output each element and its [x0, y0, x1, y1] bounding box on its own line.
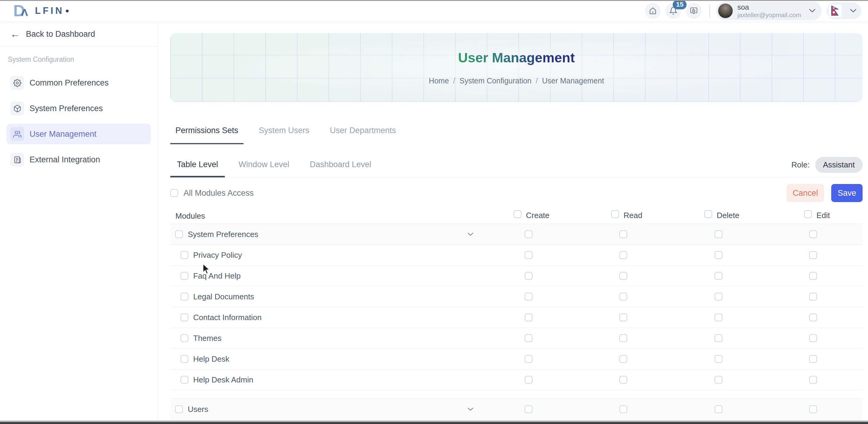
background-window-strip — [0, 420, 868, 424]
read-checkbox[interactable] — [619, 334, 627, 342]
home-button[interactable] — [645, 3, 661, 19]
delete-checkbox[interactable] — [715, 405, 722, 413]
delete-column-checkbox[interactable] — [704, 210, 712, 218]
delete-checkbox[interactable] — [715, 293, 722, 300]
breadcrumb-current: User Management — [542, 76, 604, 85]
notification-badge: 15 — [673, 0, 687, 9]
breadcrumb-home[interactable]: Home — [429, 76, 449, 85]
notifications-button[interactable]: 15 — [665, 3, 681, 19]
breadcrumb-system-configuration[interactable]: System Configuration — [460, 76, 532, 85]
breadcrumb: Home / System Configuration / User Manag… — [429, 76, 604, 85]
edit-checkbox[interactable] — [809, 355, 817, 363]
delete-checkbox[interactable] — [715, 314, 722, 321]
level-tabs: Table Level Window Level Dashboard Level… — [170, 160, 863, 178]
edit-column-checkbox[interactable] — [804, 210, 812, 218]
delete-column-header: Delete — [717, 211, 739, 220]
row-checkbox[interactable] — [181, 293, 188, 300]
sidebar-item-system-preferences[interactable]: System Preferences — [7, 98, 151, 119]
read-checkbox[interactable] — [619, 251, 627, 259]
tab-system-users[interactable]: System Users — [254, 126, 315, 144]
read-checkbox[interactable] — [619, 376, 627, 384]
row-checkbox[interactable] — [181, 251, 188, 259]
table-row-themes: Themes — [170, 328, 863, 349]
read-checkbox[interactable] — [619, 314, 627, 321]
breadcrumb-separator: / — [453, 76, 456, 85]
back-to-dashboard[interactable]: ← Back to Dashboard — [0, 22, 157, 46]
row-checkbox[interactable] — [181, 376, 188, 384]
role-label: Role: — [792, 160, 810, 169]
chevron-down-icon — [809, 9, 815, 13]
tab-window-level[interactable]: Window Level — [232, 160, 296, 176]
table-row-system-preferences: System Preferences — [170, 224, 863, 245]
create-checkbox[interactable] — [525, 334, 532, 342]
create-checkbox[interactable] — [525, 405, 532, 413]
read-checkbox[interactable] — [619, 405, 627, 413]
create-column-checkbox[interactable] — [514, 210, 521, 218]
row-checkbox[interactable] — [181, 334, 188, 342]
chevron-down-icon[interactable] — [467, 407, 473, 411]
table-row-help-desk: Help Desk — [170, 349, 863, 369]
tab-table-level[interactable]: Table Level — [170, 160, 225, 177]
edit-checkbox[interactable] — [809, 334, 817, 342]
modules-column-header: Modules — [176, 211, 205, 221]
save-button[interactable]: Save — [831, 184, 863, 202]
user-menu[interactable]: soa jaxteller@yopmail.com — [716, 1, 822, 20]
table-row-contact-information: Contact Information — [170, 307, 863, 328]
create-checkbox[interactable] — [525, 293, 532, 300]
edit-checkbox[interactable] — [809, 376, 817, 384]
create-checkbox[interactable] — [525, 355, 532, 363]
tab-dashboard-level[interactable]: Dashboard Level — [303, 160, 378, 176]
all-modules-checkbox[interactable] — [170, 189, 178, 197]
read-column-checkbox[interactable] — [611, 210, 619, 218]
create-checkbox[interactable] — [525, 230, 532, 238]
create-checkbox[interactable] — [525, 251, 532, 259]
edit-checkbox[interactable] — [809, 251, 817, 259]
brand-monogram-icon: D Λ — [13, 2, 34, 20]
sidebar-item-external-integration[interactable]: External Integration — [7, 150, 151, 170]
sidebar-items: Common Preferences System Preferences — [0, 72, 157, 170]
thumbs-up-bubble-icon — [689, 7, 698, 15]
create-checkbox[interactable] — [525, 314, 532, 321]
page-title: User Management — [458, 50, 575, 66]
table-controls: All Modules Access Cancel Save — [170, 184, 863, 202]
create-checkbox[interactable] — [525, 376, 532, 384]
delete-checkbox[interactable] — [715, 334, 722, 342]
tab-user-departments[interactable]: User Departments — [325, 126, 401, 144]
brand-dot: • — [65, 5, 69, 17]
feedback-button[interactable] — [686, 3, 702, 19]
tab-permissions-sets[interactable]: Permissions Sets — [170, 126, 244, 144]
sidebar-item-user-management[interactable]: User Management — [7, 124, 151, 144]
delete-checkbox[interactable] — [715, 251, 722, 259]
read-checkbox[interactable] — [619, 293, 627, 300]
edit-checkbox[interactable] — [809, 314, 817, 321]
row-checkbox[interactable] — [175, 230, 183, 238]
delete-checkbox[interactable] — [715, 376, 722, 384]
table-row-faq-and-help: Faq And Help — [170, 266, 863, 286]
row-checkbox[interactable] — [181, 355, 188, 363]
edit-checkbox[interactable] — [809, 293, 817, 300]
brand-logo[interactable]: D Λ LFIN • — [13, 2, 69, 20]
language-selector[interactable] — [827, 2, 861, 19]
edit-checkbox[interactable] — [809, 405, 817, 413]
window-edge — [0, 0, 868, 1]
cancel-button[interactable]: Cancel — [786, 184, 824, 202]
row-checkbox[interactable] — [181, 272, 188, 280]
sidebar-item-common-preferences[interactable]: Common Preferences — [7, 72, 151, 93]
read-checkbox[interactable] — [619, 272, 627, 280]
table-row-legal-documents: Legal Documents — [170, 286, 863, 307]
read-checkbox[interactable] — [619, 230, 627, 238]
mouse-cursor — [203, 264, 211, 275]
chevron-down-icon[interactable] — [467, 232, 473, 236]
read-checkbox[interactable] — [619, 355, 627, 363]
delete-checkbox[interactable] — [715, 355, 722, 363]
create-checkbox[interactable] — [525, 272, 532, 280]
delete-checkbox[interactable] — [715, 230, 722, 238]
row-checkbox[interactable] — [181, 314, 188, 321]
edit-checkbox[interactable] — [809, 230, 817, 238]
avatar — [718, 3, 733, 19]
row-checkbox[interactable] — [175, 405, 183, 413]
sidebar-item-label: Common Preferences — [30, 78, 109, 88]
back-label: Back to Dashboard — [26, 30, 95, 39]
edit-checkbox[interactable] — [809, 272, 817, 280]
delete-checkbox[interactable] — [715, 272, 722, 280]
